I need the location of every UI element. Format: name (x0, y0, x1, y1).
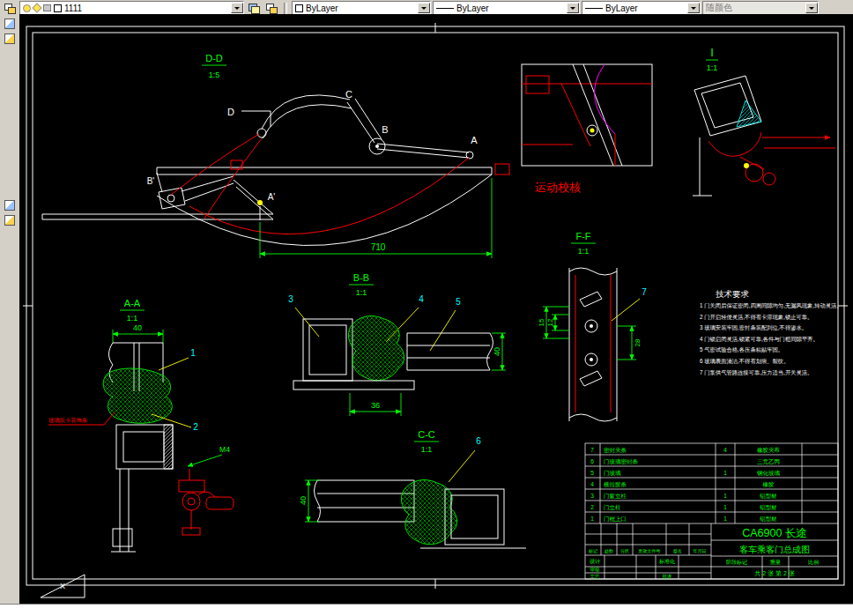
tech-requirements: 技术要求 1 门关闭后保证密闭,四周间隙均匀,无漏风现象,转动灵活。 2 门开启… (700, 289, 842, 376)
drawing-canvas[interactable]: D-D 1:5 D C B A A' B' 710 (19, 14, 853, 605)
drawing-code: CA6900 长途 (742, 527, 807, 539)
layers-icon (4, 4, 15, 13)
layer-manager-button[interactable] (2, 2, 18, 14)
part-name: 门窗立柱 (604, 493, 627, 500)
section-label: D-D (205, 53, 223, 63)
layer-combo-value: 1111 (64, 4, 82, 13)
view-ff: F-F 1:1 12 15 28 7 (538, 231, 647, 421)
tech-item: 3 玻璃安装牢固,密封条装配到位,不得渗水。 (700, 324, 807, 331)
title-block: 7 密封夹条 4 橡胶夹布 6 门玻璃密封条 三元乙丙 5 门玻璃 1 钢化玻璃… (585, 443, 838, 580)
door-handle (179, 469, 234, 535)
lineweight-combo-arrow[interactable] (687, 3, 700, 13)
command-line[interactable] (0, 604, 853, 616)
point-label-a-prime: A' (268, 192, 276, 202)
part-name: 密封夹条 (604, 447, 627, 453)
dim-15: 15 (538, 318, 545, 326)
tech-title: 技术要求 (716, 289, 750, 299)
point-label-d: D (227, 107, 234, 117)
layer-combo-arrow[interactable] (231, 3, 243, 13)
callout-6: 6 (476, 436, 481, 446)
callout-1: 1 (190, 348, 196, 358)
section-label: F-F (575, 231, 590, 241)
part-name: 门立柱 (604, 504, 621, 510)
field-mark: 标记 (588, 548, 597, 554)
toolbar-separator (284, 3, 287, 14)
linetype-sample-icon (436, 8, 454, 9)
point-label-c: C (345, 89, 352, 100)
section-scale: 1:1 (578, 247, 590, 256)
field-standard: 标准化 (658, 559, 675, 565)
part-no: 4 (590, 481, 594, 487)
chevron-down-icon (570, 7, 575, 12)
layer-states-button[interactable] (263, 2, 279, 14)
part-qty: 1 (723, 516, 727, 522)
part-qty: 1 (723, 493, 727, 499)
color-combo-value: ByLayer (306, 4, 338, 13)
plotstyle-combo: 随颜色 (702, 1, 819, 15)
left-toolbar-button-2[interactable] (2, 31, 18, 46)
section-label: C-C (418, 429, 435, 440)
field-approve: 批准 (663, 574, 673, 580)
field-weight: 重量 (769, 559, 781, 565)
callout-7: 7 (642, 287, 647, 297)
left-toolbar-button-3[interactable] (2, 197, 18, 212)
dim-40: 40 (133, 323, 142, 332)
part-material: 铝型材 (759, 516, 777, 523)
linetype-combo-arrow[interactable] (567, 3, 579, 13)
view-dd: D-D 1:5 D C B A A' B' 710 (42, 53, 509, 258)
left-toolbar-button-4[interactable] (2, 212, 18, 227)
detail-scale: 1:1 (707, 63, 718, 72)
tech-item: 6 玻璃表面清洁,不得有划痕、裂纹。 (700, 358, 789, 365)
tech-item: 7 门泵供气管路连接可靠,压力适当,开关灵活。 (700, 369, 812, 376)
callout-4: 4 (419, 294, 424, 304)
field-change-doc: 更改文件号 (639, 548, 661, 553)
chevron-down-icon (421, 7, 426, 12)
left-toolbar-button-1[interactable] (2, 16, 18, 31)
lineweight-combo[interactable]: ByLayer (582, 1, 701, 15)
part-no: 6 (590, 458, 594, 464)
detail-label: I (710, 46, 714, 59)
parts-list: 7 密封夹条 4 橡胶夹布 6 门玻璃密封条 三元乙丙 5 门玻璃 1 钢化玻璃… (590, 447, 780, 523)
tech-item: 5 气密试验合格,各压条粘贴牢固。 (700, 346, 783, 353)
field-count: 处数 (605, 548, 613, 554)
part-name: 横拉胶条 (604, 481, 627, 487)
chevron-down-icon (809, 7, 814, 12)
part-material: 铝型材 (759, 504, 777, 511)
field-sign: 签名 (673, 548, 682, 554)
tech-item: 2 门开启轻便灵活,不得有卡滞现象,锁止可靠。 (700, 314, 812, 321)
linetype-combo[interactable]: ByLayer (433, 1, 580, 15)
part-name: 门玻璃密封条 (604, 458, 639, 464)
part-material: 铝型材 (759, 493, 777, 500)
layer-color-swatch (54, 4, 62, 12)
part-no: 7 (590, 447, 594, 453)
linetype-combo-value: ByLayer (456, 4, 489, 13)
lineweight-combo-value: ByLayer (605, 4, 638, 13)
lineweight-sample-icon (585, 8, 603, 9)
field-date: 年月日 (694, 548, 707, 554)
tech-item: 1 门关闭后保证密闭,四周间隙均匀,无漏风现象,转动灵活。 (700, 302, 842, 309)
layer-combo[interactable]: 1111 (19, 1, 244, 15)
part-no: 5 (590, 470, 594, 476)
view-aa: A-A 1:1 40 1 2 玻璃装卡装饰条 M4 (48, 298, 234, 552)
dim-12: 12 (546, 318, 554, 326)
tech-item: 4 门锁启闭灵活,锁紧可靠,各件与门框间隙平齐。 (700, 336, 819, 343)
part-material: 三元乙丙 (757, 458, 781, 464)
color-combo[interactable]: ByLayer (292, 1, 431, 15)
part-material: 橡胶夹布 (757, 447, 781, 453)
field-sheets: 共 2 张 第 2 张 (754, 570, 795, 577)
color-combo-arrow[interactable] (418, 3, 430, 13)
plotstyle-combo-arrow (805, 3, 818, 13)
field-stage: 阶段标记 (726, 559, 747, 566)
dim-710: 710 (371, 242, 386, 252)
motion-check-label: 运动校核 (535, 181, 581, 194)
motion-check-detail: 运动校核 (522, 64, 652, 194)
section-label: B-B (353, 272, 369, 283)
section-label: A-A (124, 298, 141, 308)
make-layer-current-button[interactable] (246, 2, 262, 14)
part-qty: 1 (723, 470, 727, 476)
drawing-area[interactable]: D-D 1:5 D C B A A' B' 710 (19, 14, 853, 605)
part-no: 2 (590, 504, 594, 510)
draw-tool-icon (4, 19, 15, 29)
ucs-icon: X (41, 575, 85, 597)
part-no: 1 (590, 516, 594, 522)
